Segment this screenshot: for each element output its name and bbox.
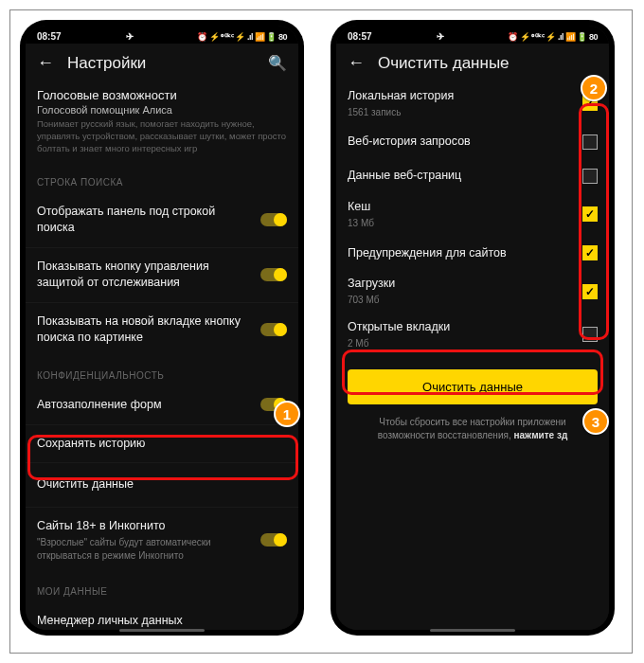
row-sub: "Взрослые" сайты будут автоматически отк… [37,536,251,562]
clear-data-content: Локальная история1561 запись✓Веб-история… [336,82,609,630]
item-label: Кеш13 Мб [348,199,573,229]
app-bar: ← Настройки 🔍 [26,44,298,82]
toggle-icon[interactable] [260,268,287,281]
row-label: Отображать панель под строкой поиска [37,204,251,236]
clear-item-row[interactable]: Данные веб-страниц [336,159,609,193]
row-label: Сайты 18+ в Инкогнито "Взрослые" сайты б… [37,518,251,562]
button-label: Очистить данные [422,380,523,394]
voice-desc: Понимает русский язык, помогает находить… [37,118,287,154]
section-privacy: КОНФИДЕНЦИАЛЬНОСТЬ [26,357,298,386]
page-title: Очистить данные [378,54,598,73]
row-label: Менеджер личных данных [37,613,287,629]
row-pic-toggle[interactable]: Показывать на новой вкладке кнопку поиск… [26,303,298,357]
item-label: Открытые вкладки2 Мб [348,319,573,349]
note-text: возможности восстановления, [378,430,514,440]
item-label: Предупреждения для сайтов [348,245,573,261]
clear-data-button[interactable]: Очистить данные [348,369,598,404]
voice-block[interactable]: Голосовые возможности Голосовой помощник… [26,82,298,164]
screen-left: 08:57 ✈ ⏰ ⚡ ᵒ⁰ᵏᶜ ⚡ .ıl 📶 🔋 80 ← Настройк… [26,26,298,630]
badge-number: 1 [283,406,291,422]
back-icon[interactable]: ← [37,53,54,73]
item-title: Локальная история [348,89,454,102]
item-label: Данные веб-страниц [348,168,573,184]
item-title: Открытые вкладки [348,320,450,333]
settings-content: Голосовые возможности Голосовой помощник… [26,82,298,630]
item-label: Веб-история запросов [348,134,573,150]
page-title: Настройки [67,54,255,73]
clear-item-row[interactable]: Веб-история запросов [336,125,609,159]
row-label: Очистить данные [37,476,287,493]
section-mydata: МОИ ДАННЫЕ [26,573,298,602]
item-sub: 2 Мб [348,337,573,350]
checkbox[interactable] [582,134,598,150]
status-icons: ⏰ ⚡ ᵒ⁰ᵏᶜ ⚡ .ıl 📶 🔋 80 [508,32,598,42]
clear-item-row[interactable]: Загрузки703 Мб✓ [336,270,609,313]
step-badge-2: 2 [581,75,607,101]
voice-subtitle: Голосовой помощник Алиса [37,104,287,116]
item-sub: 13 Мб [348,217,573,230]
row-label: Сохранять историю [37,436,287,452]
checkbox[interactable] [582,169,598,184]
row-label: Автозаполнение форм [37,397,251,413]
note-link[interactable]: нажмите зд [513,430,567,440]
row-label: Показывать на новой вкладке кнопку поиск… [37,314,251,346]
checkbox[interactable] [582,327,598,342]
section-search: СТРОКА ПОИСКА [26,164,298,193]
send-icon: ✈ [126,31,134,42]
badge-number: 3 [592,414,599,430]
step-badge-1: 1 [274,401,300,427]
reset-note: Чтобы сбросить все настройки приложени в… [336,412,609,446]
row-title: Сайты 18+ в Инкогнито [37,519,166,532]
row-shield-toggle[interactable]: Показывать кнопку управления защитой от … [26,248,298,302]
checkbox[interactable]: ✓ [582,206,598,222]
row-autofill[interactable]: Автозаполнение форм [26,386,298,424]
row-incognito[interactable]: Сайты 18+ в Инкогнито "Взрослые" сайты б… [26,508,298,573]
search-icon[interactable]: 🔍 [268,54,287,72]
status-icons: ⏰ ⚡ ᵒ⁰ᵏᶜ ⚡ .ıl 📶 🔋 80 [197,32,287,42]
item-title: Предупреждения для сайтов [348,246,507,260]
send-icon: ✈ [437,31,444,42]
toggle-icon[interactable] [260,323,287,336]
item-sub: 1561 запись [348,106,573,119]
nav-handle[interactable] [430,629,515,632]
row-history[interactable]: Сохранять историю [26,425,298,463]
item-title: Загрузки [348,277,395,290]
comparison-frame: 08:57 ✈ ⏰ ⚡ ᵒ⁰ᵏᶜ ⚡ .ıl 📶 🔋 80 ← Настройк… [9,9,633,654]
back-icon[interactable]: ← [348,53,365,73]
clear-item-row[interactable]: Открытые вкладки2 Мб [336,314,609,356]
row-panel-toggle[interactable]: Отображать панель под строкой поиска [26,193,298,247]
status-time: 08:57 [348,31,372,42]
item-title: Данные веб-страниц [348,169,461,182]
screen-right: 08:57 ✈ ⏰ ⚡ ᵒ⁰ᵏᶜ ⚡ .ıl 📶 🔋 80 ← Очистить… [336,26,609,630]
checkbox[interactable]: ✓ [582,284,598,299]
item-label: Локальная история1561 запись [348,88,573,118]
item-title: Веб-история запросов [348,134,471,148]
toggle-icon[interactable] [260,213,287,226]
nav-handle[interactable] [119,629,205,632]
phone-right: 08:57 ✈ ⏰ ⚡ ᵒ⁰ᵏᶜ ⚡ .ıl 📶 🔋 80 ← Очистить… [331,20,615,636]
status-bar: 08:57 ✈ ⏰ ⚡ ᵒ⁰ᵏᶜ ⚡ .ıl 📶 🔋 80 [336,26,609,44]
item-label: Загрузки703 Мб [348,276,573,306]
row-manager[interactable]: Менеджер личных данных [26,602,298,630]
item-sub: 703 Мб [348,294,573,307]
clear-item-row[interactable]: Предупреждения для сайтов✓ [336,237,609,271]
clear-data-list: Локальная история1561 запись✓Веб-история… [336,82,609,356]
item-title: Кеш [348,200,370,213]
step-badge-3: 3 [582,408,609,435]
row-clear-data[interactable]: Очистить данные [26,463,298,507]
note-text: Чтобы сбросить все настройки приложени [379,417,565,427]
row-label: Показывать кнопку управления защитой от … [37,259,251,291]
checkbox[interactable]: ✓ [582,245,598,260]
app-bar: ← Очистить данные [336,44,609,82]
phone-left: 08:57 ✈ ⏰ ⚡ ᵒ⁰ᵏᶜ ⚡ .ıl 📶 🔋 80 ← Настройк… [20,20,304,636]
clear-item-row[interactable]: Кеш13 Мб✓ [336,193,609,236]
status-time: 08:57 [37,31,62,42]
status-bar: 08:57 ✈ ⏰ ⚡ ᵒ⁰ᵏᶜ ⚡ .ıl 📶 🔋 80 [26,26,298,44]
toggle-icon[interactable] [260,533,287,547]
voice-title: Голосовые возможности [37,88,287,102]
clear-item-row[interactable]: Локальная история1561 запись✓ [336,82,609,125]
badge-number: 2 [590,81,598,97]
